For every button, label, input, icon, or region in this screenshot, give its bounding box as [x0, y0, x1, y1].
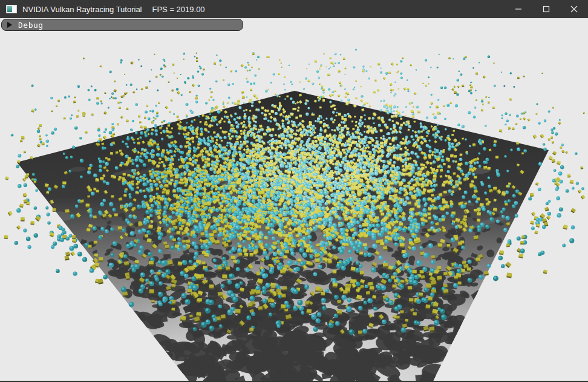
titlebar[interactable]: NVIDIA Vulkan Raytracing Tutorial FPS = … [0, 0, 588, 18]
close-icon [570, 5, 578, 13]
debug-panel-header[interactable]: Debug [1, 19, 243, 31]
collapsed-arrow-icon[interactable] [7, 22, 12, 28]
window-title: NVIDIA Vulkan Raytracing Tutorial [22, 5, 142, 14]
debug-panel-label: Debug [18, 21, 44, 30]
viewport: Debug [0, 18, 588, 382]
raytraced-scene-canvas[interactable] [0, 18, 588, 382]
minimize-icon [515, 5, 522, 13]
maximize-button[interactable] [532, 0, 560, 18]
app-icon [6, 5, 17, 13]
close-button[interactable] [560, 0, 588, 18]
fps-counter: FPS = 2019.00 [152, 5, 205, 14]
app-icon-teal-pane [7, 6, 12, 12]
minimize-button[interactable] [505, 0, 532, 18]
maximize-icon [543, 5, 550, 13]
